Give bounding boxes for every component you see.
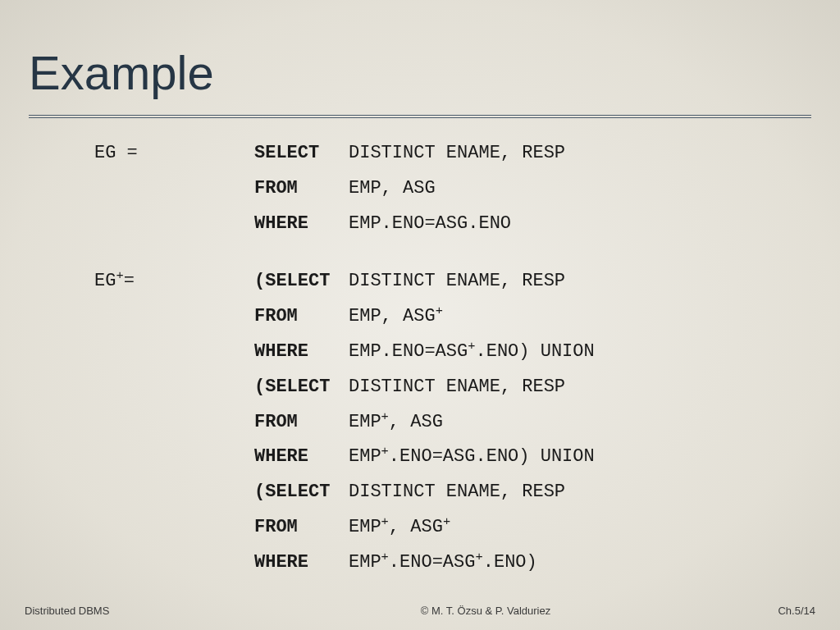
row-label (94, 515, 254, 541)
sql-keyword: (SELECT (254, 375, 349, 400)
block-spacer (94, 246, 811, 269)
code-row: WHEREEMP.ENO=ASG+.ENO) UNION (94, 340, 811, 365)
code-row: FROMEMP, ASG+ (94, 304, 811, 330)
sql-keyword: FROM (254, 410, 349, 436)
code-row: (SELECTDISTINCT ENAME, RESP (94, 480, 811, 505)
sql-clause: EMP+.ENO=ASG+.ENO) (349, 550, 811, 576)
footer-center: © M. T. Özsu & P. Valduriez (271, 605, 701, 617)
slide: Example EG =SELECTDISTINCT ENAME, RESPFR… (0, 0, 840, 630)
row-label (94, 550, 254, 576)
sql-clause: DISTINCT ENAME, RESP (349, 480, 811, 505)
code-row: FROMEMP+, ASG+ (94, 515, 811, 541)
sql-keyword: WHERE (254, 445, 349, 470)
sql-keyword: WHERE (254, 340, 349, 365)
code-row: WHEREEMP+.ENO=ASG+.ENO) (94, 550, 811, 576)
sql-clause: EMP, ASG+ (349, 304, 811, 330)
row-label (94, 212, 254, 237)
sql-keyword: (SELECT (254, 480, 349, 505)
row-label: EG+= (94, 269, 254, 294)
sql-keyword: FROM (254, 176, 349, 202)
sql-keyword: SELECT (254, 141, 349, 167)
row-label (94, 340, 254, 365)
row-label (94, 410, 254, 436)
code-row: EG =SELECTDISTINCT ENAME, RESP (94, 141, 811, 167)
sql-clause: EMP.ENO=ASG+.ENO) UNION (349, 340, 811, 365)
code-row: (SELECTDISTINCT ENAME, RESP (94, 375, 811, 400)
title-rule (29, 115, 811, 118)
page-title: Example (29, 45, 811, 100)
sql-keyword: FROM (254, 304, 349, 330)
sql-keyword: (SELECT (254, 269, 349, 294)
footer-right: Ch.5/14 (701, 605, 815, 617)
sql-clause: DISTINCT ENAME, RESP (349, 375, 811, 400)
sql-keyword: WHERE (254, 212, 349, 237)
sql-clause: DISTINCT ENAME, RESP (349, 269, 811, 294)
row-label (94, 445, 254, 470)
sql-clause: EMP+.ENO=ASG.ENO) UNION (349, 445, 811, 470)
row-label (94, 176, 254, 202)
code-row: FROMEMP+, ASG (94, 410, 811, 436)
sql-clause: EMP+, ASG (349, 410, 811, 436)
code-row: EG+=(SELECTDISTINCT ENAME, RESP (94, 269, 811, 294)
code-row: FROMEMP, ASG (94, 176, 811, 202)
sql-clause: EMP+, ASG+ (349, 515, 811, 541)
row-label (94, 304, 254, 330)
row-label (94, 375, 254, 400)
row-label (94, 480, 254, 505)
content-area: EG =SELECTDISTINCT ENAME, RESPFROMEMP, A… (29, 141, 811, 576)
sql-clause: DISTINCT ENAME, RESP (349, 141, 811, 167)
code-row: WHEREEMP+.ENO=ASG.ENO) UNION (94, 445, 811, 470)
sql-clause: EMP.ENO=ASG.ENO (349, 212, 811, 237)
footer-left: Distributed DBMS (25, 605, 271, 617)
row-label: EG = (94, 141, 254, 167)
footer: Distributed DBMS © M. T. Özsu & P. Valdu… (0, 605, 840, 617)
sql-clause: EMP, ASG (349, 176, 811, 202)
code-row: WHEREEMP.ENO=ASG.ENO (94, 212, 811, 237)
sql-keyword: WHERE (254, 550, 349, 576)
sql-keyword: FROM (254, 515, 349, 541)
